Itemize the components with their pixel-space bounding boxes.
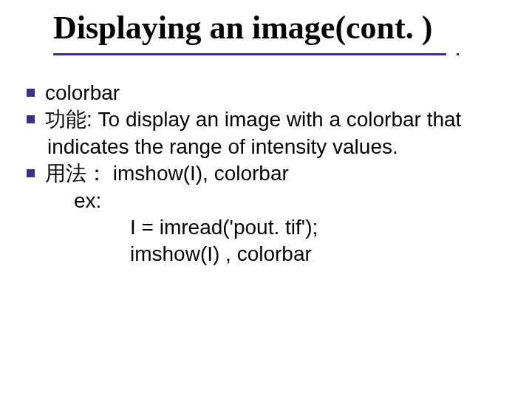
title-underline xyxy=(53,53,446,55)
list-item-cont: indicates the range of intensity values. xyxy=(47,134,514,160)
list-item: 用法： imshow(I), colorbar xyxy=(27,160,514,187)
code-line: I = imread('pout. tif'); xyxy=(130,214,514,241)
bullet-icon xyxy=(27,169,35,177)
item-body: To display an image with a colorbar that xyxy=(98,108,462,131)
list-item-text: colorbar xyxy=(45,80,514,106)
list-item-text: 功能: To display an image with a colorbar … xyxy=(45,106,514,133)
title-wrap: Displaying an image(cont. ) xyxy=(53,10,432,46)
example-label: ex: xyxy=(74,188,514,214)
bullet-icon xyxy=(27,115,35,123)
code-line: imshow(I) , colorbar xyxy=(130,241,514,267)
item-prefix: 功能: xyxy=(45,108,98,131)
item-body: colorbar xyxy=(45,81,120,104)
list-item: 功能: To display an image with a colorbar … xyxy=(27,106,514,133)
item-prefix: 用法： xyxy=(45,162,107,185)
bullet-icon xyxy=(27,89,35,97)
slide: Displaying an image(cont. ) colorbar 功能:… xyxy=(0,0,532,399)
title-underline-tick xyxy=(457,53,459,55)
body: colorbar 功能: To display an image with a … xyxy=(27,80,514,268)
list-item: colorbar xyxy=(27,80,514,106)
page-title: Displaying an image(cont. ) xyxy=(53,10,432,46)
item-body: imshow(I), colorbar xyxy=(107,162,289,185)
list-item-text: 用法： imshow(I), colorbar xyxy=(45,160,514,187)
